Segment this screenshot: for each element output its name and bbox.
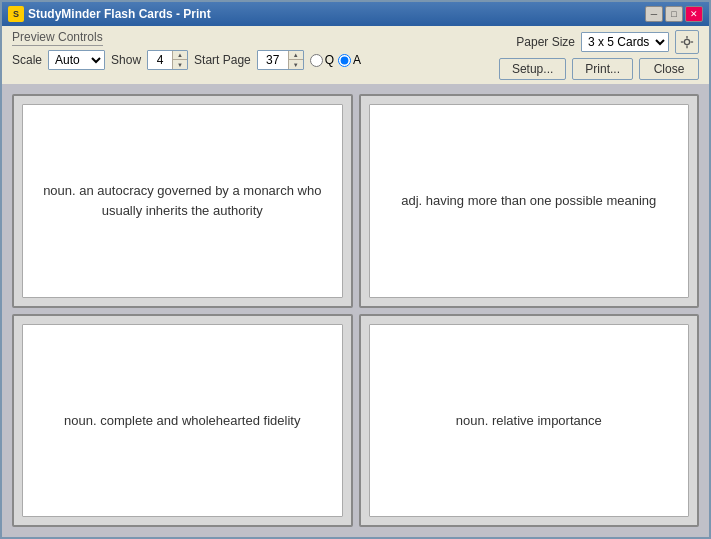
card-inner-4: noun. relative importance	[369, 324, 690, 518]
settings-icon	[680, 34, 694, 50]
q-radio[interactable]	[310, 54, 323, 67]
scale-select-wrapper: Auto Fit 100%	[48, 50, 105, 70]
card-preview-area: noun. an autocracy governed by a monarch…	[2, 84, 709, 537]
show-spin-up[interactable]: ▲	[173, 51, 187, 60]
right-controls: Paper Size 3 x 5 Cards 4 x 6 Cards Lette…	[499, 30, 699, 80]
start-page-input[interactable]	[258, 52, 288, 68]
card-outer-4: noun. relative importance	[359, 314, 700, 528]
paper-size-row: Paper Size 3 x 5 Cards 4 x 6 Cards Lette…	[516, 30, 699, 54]
card-text-3: noun. complete and wholehearted fidelity	[64, 411, 300, 431]
paper-size-select[interactable]: 3 x 5 Cards 4 x 6 Cards Letter	[582, 33, 668, 51]
card-inner-2: adj. having more than one possible meani…	[369, 104, 690, 298]
q-radio-label[interactable]: Q	[310, 53, 334, 67]
scale-select[interactable]: Auto Fit 100%	[49, 51, 104, 69]
close-window-button[interactable]: ✕	[685, 6, 703, 22]
close-button[interactable]: Close	[639, 58, 699, 80]
card-text-1: noun. an autocracy governed by a monarch…	[39, 181, 326, 220]
start-page-spin-arrows: ▲ ▼	[288, 51, 303, 69]
card-outer-1: noun. an autocracy governed by a monarch…	[12, 94, 353, 308]
show-input[interactable]	[148, 52, 172, 68]
show-label: Show	[111, 53, 141, 67]
preview-controls-header: Preview Controls	[12, 30, 361, 46]
title-bar-buttons: ─ □ ✕	[645, 6, 703, 22]
a-label: A	[353, 53, 361, 67]
window-title: StudyMinder Flash Cards - Print	[28, 7, 211, 21]
title-bar-left: S StudyMinder Flash Cards - Print	[8, 6, 211, 22]
start-page-spinbox: ▲ ▼	[257, 50, 304, 70]
card-text-4: noun. relative importance	[456, 411, 602, 431]
minimize-button[interactable]: ─	[645, 6, 663, 22]
top-toolbar: Preview Controls Scale Auto Fit 100% Sho…	[2, 26, 709, 84]
card-inner-3: noun. complete and wholehearted fidelity	[22, 324, 343, 518]
a-radio-label[interactable]: A	[338, 53, 361, 67]
qa-radio-group: Q A	[310, 53, 361, 67]
start-page-spin-down[interactable]: ▼	[289, 60, 303, 69]
paper-settings-icon-button[interactable]	[675, 30, 699, 54]
main-window: S StudyMinder Flash Cards - Print ─ □ ✕ …	[0, 0, 711, 539]
q-label: Q	[325, 53, 334, 67]
card-outer-2: adj. having more than one possible meani…	[359, 94, 700, 308]
left-controls: Preview Controls Scale Auto Fit 100% Sho…	[12, 30, 361, 70]
app-icon: S	[8, 6, 24, 22]
start-page-label: Start Page	[194, 53, 251, 67]
show-spin-arrows: ▲ ▼	[172, 51, 187, 69]
a-radio[interactable]	[338, 54, 351, 67]
preview-controls-label: Preview Controls	[12, 30, 103, 46]
maximize-button[interactable]: □	[665, 6, 683, 22]
scale-row: Scale Auto Fit 100% Show ▲ ▼ St	[12, 50, 361, 70]
show-spinbox: ▲ ▼	[147, 50, 188, 70]
paper-size-label: Paper Size	[516, 35, 575, 49]
action-buttons-row: Setup... Print... Close	[499, 58, 699, 80]
card-outer-3: noun. complete and wholehearted fidelity	[12, 314, 353, 528]
title-bar: S StudyMinder Flash Cards - Print ─ □ ✕	[2, 2, 709, 26]
svg-point-0	[684, 39, 689, 44]
start-page-spin-up[interactable]: ▲	[289, 51, 303, 60]
card-inner-1: noun. an autocracy governed by a monarch…	[22, 104, 343, 298]
paper-size-select-wrapper: 3 x 5 Cards 4 x 6 Cards Letter	[581, 32, 669, 52]
card-text-2: adj. having more than one possible meani…	[401, 191, 656, 211]
show-spin-down[interactable]: ▼	[173, 60, 187, 69]
print-button[interactable]: Print...	[572, 58, 633, 80]
setup-button[interactable]: Setup...	[499, 58, 566, 80]
scale-label: Scale	[12, 53, 42, 67]
